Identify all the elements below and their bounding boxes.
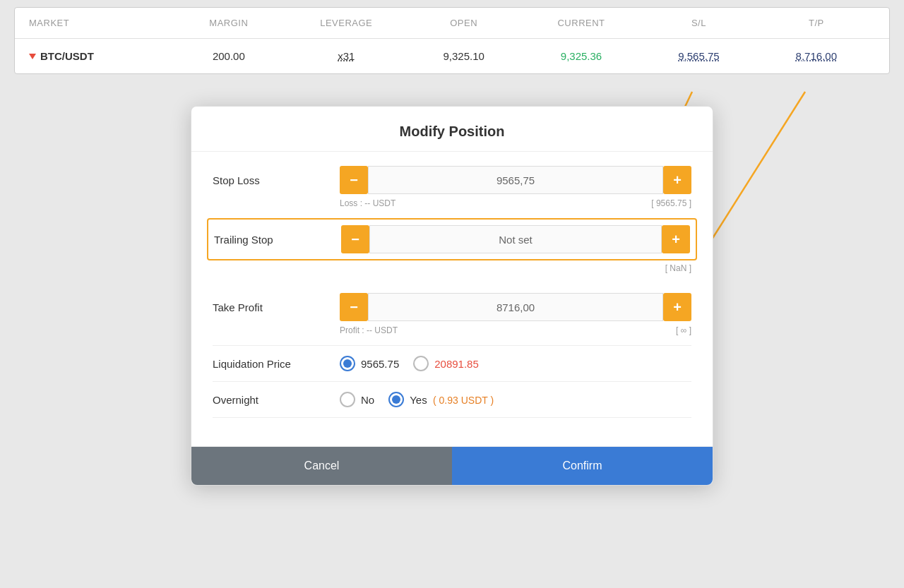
- take-profit-decrement-button[interactable]: −: [340, 293, 368, 321]
- col-tp: T/P: [758, 18, 875, 28]
- overnight-yes-label: Yes ( 0.93 USDT ): [410, 394, 494, 406]
- overnight-label: Overnight: [213, 394, 340, 406]
- modal-body: Stop Loss − + Loss : -- USDT [ 9565.75 ]…: [191, 152, 713, 439]
- stop-loss-decrement-button[interactable]: −: [340, 166, 368, 194]
- stop-loss-sublabel: Loss : -- USDT [ 9565.75 ]: [340, 198, 691, 208]
- take-profit-pnl: Profit : -- USDT: [340, 325, 398, 335]
- col-open: OPEN: [405, 18, 522, 28]
- stop-loss-input-group: − +: [340, 166, 691, 194]
- col-market: MARKET: [29, 18, 170, 28]
- overnight-option-no[interactable]: No: [340, 392, 374, 407]
- liquidation-radio-1[interactable]: [340, 356, 355, 371]
- overnight-radio-yes[interactable]: [388, 392, 404, 407]
- overnight-radio-group: No Yes ( 0.93 USDT ): [340, 392, 494, 407]
- confirm-button[interactable]: Confirm: [452, 447, 713, 485]
- liquidation-label: Liquidation Price: [213, 358, 340, 370]
- col-leverage: LEVERAGE: [287, 18, 405, 28]
- liquidation-radio-group: 9565.75 20891.85: [340, 356, 479, 371]
- overnight-no-label: No: [361, 394, 374, 406]
- take-profit-sublabel: Profit : -- USDT [ ∞ ]: [340, 325, 691, 335]
- table-row: BTC/USDT 200.00 x31 9,325.10 9,325.36 9,…: [15, 39, 889, 73]
- liquidation-option-2[interactable]: 20891.85: [413, 356, 479, 371]
- cell-leverage: x31: [287, 50, 405, 62]
- liquidation-value-2: 20891.85: [434, 358, 479, 370]
- divider-2: [213, 381, 691, 382]
- overnight-row: Overnight No Yes ( 0.93 USDT ): [213, 392, 691, 407]
- cell-tp: 8,716.00: [758, 50, 875, 62]
- trailing-stop-sublabel: [ NaN ]: [665, 263, 691, 273]
- liquidation-value-1: 9565.75: [361, 358, 399, 370]
- direction-down-icon: [29, 54, 36, 59]
- stop-loss-increment-button[interactable]: +: [663, 166, 691, 194]
- take-profit-input-group: − +: [340, 293, 691, 321]
- stop-loss-row: Stop Loss − +: [213, 166, 691, 194]
- take-profit-input[interactable]: [368, 293, 663, 321]
- liquidation-option-1[interactable]: 9565.75: [340, 356, 399, 371]
- trailing-stop-input-group: − +: [341, 225, 690, 253]
- trailing-stop-decrement-button[interactable]: −: [341, 225, 369, 253]
- stop-loss-bracket: [ 9565.75 ]: [651, 198, 691, 208]
- stop-loss-pnl: Loss : -- USDT: [340, 198, 396, 208]
- table-header: MARKET MARGIN LEVERAGE OPEN CURRENT S/L …: [15, 8, 889, 39]
- stop-loss-label: Stop Loss: [213, 174, 340, 186]
- divider-1: [213, 345, 691, 346]
- overnight-radio-no[interactable]: [340, 392, 355, 407]
- col-current: CURRENT: [523, 18, 640, 28]
- overnight-option-yes[interactable]: Yes ( 0.93 USDT ): [388, 392, 494, 407]
- divider-3: [213, 417, 691, 418]
- cell-sl: 9,565.75: [640, 50, 757, 62]
- cell-open: 9,325.10: [405, 50, 522, 62]
- modal-footer: Cancel Confirm: [191, 446, 713, 485]
- take-profit-increment-button[interactable]: +: [663, 293, 691, 321]
- trailing-stop-input[interactable]: [369, 225, 662, 253]
- take-profit-bracket: [ ∞ ]: [676, 325, 691, 335]
- take-profit-label: Take Profit: [213, 301, 340, 313]
- trailing-stop-row: Trailing Stop − +: [207, 218, 697, 260]
- take-profit-row: Take Profit − +: [213, 293, 691, 321]
- modal-title: Modify Position: [191, 107, 713, 152]
- cancel-button[interactable]: Cancel: [191, 447, 452, 485]
- col-sl: S/L: [640, 18, 757, 28]
- positions-table: MARKET MARGIN LEVERAGE OPEN CURRENT S/L …: [14, 7, 890, 74]
- liquidation-price-row: Liquidation Price 9565.75 20891.85: [213, 356, 691, 371]
- col-margin: MARGIN: [170, 18, 287, 28]
- modify-position-modal: Modify Position Stop Loss − + Loss : -- …: [191, 106, 713, 486]
- cell-margin: 200.00: [170, 50, 287, 62]
- liquidation-radio-2[interactable]: [413, 356, 429, 371]
- trailing-stop-label: Trailing Stop: [214, 234, 341, 246]
- trailing-stop-increment-button[interactable]: +: [662, 225, 690, 253]
- overnight-cost: ( 0.93 USDT ): [433, 395, 494, 406]
- stop-loss-input[interactable]: [368, 166, 663, 194]
- cell-current: 9,325.36: [523, 50, 640, 62]
- cell-market: BTC/USDT: [29, 50, 170, 62]
